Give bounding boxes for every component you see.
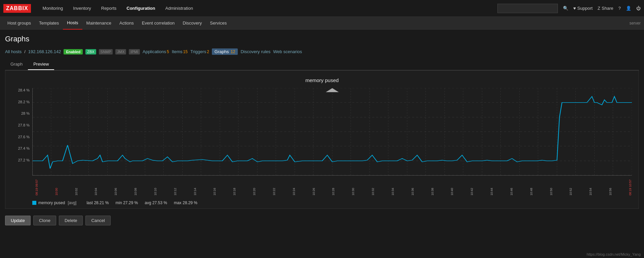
- cancel-button[interactable]: Cancel: [85, 216, 110, 225]
- discovery-rules-tag[interactable]: Discovery rules: [240, 49, 270, 54]
- x-label-1052: 10:52: [569, 177, 572, 195]
- top-navigation: ZABBIX Monitoring Inventory Reports Conf…: [0, 0, 644, 17]
- nav-configuration[interactable]: Configuration: [121, 0, 160, 17]
- x-label-1028: 10:28: [332, 177, 335, 195]
- legend-last-value: 28.21 %: [94, 200, 109, 205]
- subnav-discovery[interactable]: Discovery: [179, 17, 206, 30]
- x-label-start: 08:19 09:57: [35, 177, 38, 195]
- graph-container: memory pused 28.4 % 28.2 % 28 % 27.8 % 2…: [5, 70, 639, 209]
- share-button[interactable]: Z Share: [598, 6, 613, 11]
- subnav-maintenance[interactable]: Maintenance: [82, 17, 115, 30]
- subnav-hosts[interactable]: Hosts: [63, 17, 82, 30]
- x-label-1026: 10:26: [312, 177, 315, 195]
- legend-max-label: max: [174, 200, 182, 205]
- x-label-1014: 10:14: [193, 177, 197, 195]
- x-label-1016: 10:16: [213, 177, 216, 195]
- support-icon: ♥: [573, 6, 576, 11]
- status-badge: Enabled: [64, 49, 83, 54]
- clone-button[interactable]: Clone: [33, 216, 56, 225]
- nav-inventory[interactable]: Inventory: [68, 0, 96, 17]
- breadcrumb: All hosts / 192.168.126.142 Enabled ZBX …: [5, 48, 639, 55]
- x-label-1010: 10:10: [154, 177, 157, 195]
- nav-administration[interactable]: Administration: [160, 0, 198, 17]
- legend-min-value: 27.29 %: [123, 200, 138, 205]
- tab-preview[interactable]: Preview: [28, 59, 54, 70]
- y-label-4: 27.6 %: [18, 135, 30, 139]
- x-label-end: 08:19 10:57: [629, 177, 632, 195]
- x-label-1044: 10:44: [490, 177, 493, 195]
- tabs: Graph Preview: [5, 59, 639, 70]
- graph-title: memory pused: [12, 77, 632, 83]
- zbx-badge: ZBX: [85, 49, 96, 54]
- search-input[interactable]: [497, 4, 558, 13]
- y-label-5: 27.4 %: [18, 146, 30, 150]
- x-label-1040: 10:40: [450, 177, 454, 195]
- user-button[interactable]: 👤: [626, 6, 631, 11]
- share-icon: Z: [598, 6, 600, 11]
- x-label-1024: 10:24: [292, 177, 296, 195]
- x-axis: 08:19 09:57 10:00 10:02 10:04 10:06 10:0…: [12, 177, 632, 195]
- x-label-1034: 10:34: [391, 177, 394, 195]
- y-label-6: 27.2 %: [18, 158, 30, 162]
- x-label-1000: 10:00: [55, 177, 58, 195]
- x-label-1048: 10:48: [530, 177, 533, 195]
- logout-button[interactable]: ⏻: [636, 6, 641, 11]
- legend-min-label: min: [115, 200, 122, 205]
- jmx-badge: JMX: [115, 49, 126, 54]
- update-button[interactable]: Update: [5, 216, 31, 225]
- x-label-1022: 10:22: [272, 177, 276, 195]
- nav-monitoring[interactable]: Monitoring: [38, 0, 68, 17]
- x-label-1038: 10:38: [431, 177, 434, 195]
- legend-stats: last 28.21 % min 27.29 % avg 27.53 % max…: [86, 200, 197, 205]
- x-label-1008: 10:08: [134, 177, 137, 195]
- x-label-1042: 10:42: [470, 177, 473, 195]
- x-label-1018: 10:18: [233, 177, 236, 195]
- x-label-1050: 10:50: [550, 177, 553, 195]
- sub-navigation: Host groups Templates Hosts Maintenance …: [0, 17, 644, 30]
- breadcrumb-separator: /: [24, 49, 26, 54]
- web-scenarios-tag[interactable]: Web scenarios: [273, 49, 302, 54]
- nav-reports[interactable]: Reports: [96, 0, 122, 17]
- y-label-1: 28.2 %: [18, 100, 30, 104]
- x-label-1030: 10:30: [351, 177, 355, 195]
- footer-link: https://blog.csdn.net/Micky_Yang: [586, 252, 641, 256]
- top-nav-links: Monitoring Inventory Reports Configurati…: [38, 0, 198, 17]
- applications-tag[interactable]: Applications5: [143, 49, 169, 54]
- legend-series-label: memory pused: [38, 200, 65, 205]
- subnav-event-correlation[interactable]: Event correlation: [138, 17, 179, 30]
- graphs-tag[interactable]: Graphs 12: [212, 48, 238, 55]
- svg-marker-41: [326, 88, 339, 92]
- subnav-templates[interactable]: Templates: [35, 17, 63, 30]
- page-title: Graphs: [5, 35, 639, 43]
- search-icon[interactable]: 🔍: [563, 6, 568, 11]
- x-label-1002: 10:02: [75, 177, 78, 195]
- subnav-host-groups[interactable]: Host groups: [3, 17, 35, 30]
- legend-last-label: last: [86, 200, 93, 205]
- legend-avg-label: [avg]: [68, 200, 76, 205]
- chart-area: 28.4 % 28.2 % 28 % 27.8 % 27.6 % 27.4 % …: [12, 88, 632, 176]
- host-ip-link[interactable]: 192.168.126.142: [28, 49, 61, 54]
- delete-button[interactable]: Delete: [59, 216, 83, 225]
- button-row: Update Clone Delete Cancel: [5, 216, 639, 225]
- support-button[interactable]: ♥ Support: [573, 6, 593, 11]
- x-label-1036: 10:36: [411, 177, 414, 195]
- y-label-2: 28 %: [21, 111, 30, 115]
- legend-last: last 28.21 %: [86, 200, 109, 205]
- tab-graph[interactable]: Graph: [5, 59, 28, 70]
- items-tag[interactable]: Items15: [172, 49, 188, 54]
- all-hosts-link[interactable]: All hosts: [5, 49, 22, 54]
- y-label-3: 27.8 %: [18, 123, 30, 127]
- legend-avg-value: 27.53 %: [152, 200, 167, 205]
- subnav-services[interactable]: Services: [206, 17, 231, 30]
- top-nav-right: 🔍 ♥ Support Z Share ? 👤 ⏻: [497, 4, 641, 13]
- help-button[interactable]: ?: [618, 6, 621, 11]
- subnav-actions[interactable]: Actions: [115, 17, 138, 30]
- x-label-1056: 10:56: [609, 177, 612, 195]
- snmp-badge: SNMP: [99, 49, 113, 54]
- triggers-tag[interactable]: Triggers2: [190, 49, 209, 54]
- x-label-1046: 10:46: [510, 177, 513, 195]
- x-label-1020: 10:20: [253, 177, 256, 195]
- legend-max: max 28.29 %: [174, 200, 197, 205]
- legend: memory pused [avg] last 28.21 % min 27.2…: [12, 200, 632, 205]
- legend-avg: avg 27.53 %: [145, 200, 167, 205]
